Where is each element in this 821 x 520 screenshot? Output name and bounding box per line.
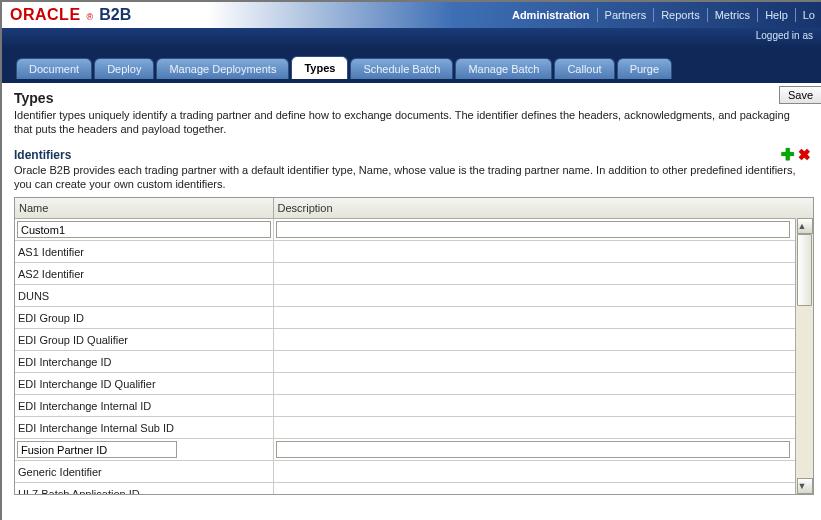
name-cell: HL7 Batch Application ID bbox=[15, 483, 273, 496]
col-header-description[interactable]: Description bbox=[273, 198, 813, 219]
scroll-thumb[interactable] bbox=[797, 234, 812, 306]
name-cell: DUNS bbox=[15, 285, 273, 307]
description-cell bbox=[273, 307, 813, 329]
name-input[interactable] bbox=[17, 441, 177, 458]
name-cell: EDI Interchange ID Qualifier bbox=[15, 373, 273, 395]
table-row[interactable]: AS2 Identifier bbox=[15, 263, 813, 285]
description-input[interactable] bbox=[276, 441, 791, 458]
tab-manage-batch[interactable]: Manage Batch bbox=[455, 58, 552, 79]
description-cell bbox=[273, 417, 813, 439]
name-cell: EDI Interchange Internal ID bbox=[15, 395, 273, 417]
tab-schedule-batch[interactable]: Schedule Batch bbox=[350, 58, 453, 79]
description-cell bbox=[273, 351, 813, 373]
name-cell: Generic Identifier bbox=[15, 461, 273, 483]
name-input[interactable] bbox=[17, 221, 271, 238]
table-row[interactable]: EDI Interchange ID Qualifier bbox=[15, 373, 813, 395]
description-cell bbox=[273, 483, 813, 496]
logged-in-bar: Logged in as bbox=[2, 28, 821, 48]
description-cell bbox=[273, 263, 813, 285]
table-row[interactable]: HL7 Batch Application ID bbox=[15, 483, 813, 496]
table-row[interactable]: EDI Interchange ID bbox=[15, 351, 813, 373]
description-cell bbox=[273, 241, 813, 263]
description-cell bbox=[273, 285, 813, 307]
description-cell bbox=[273, 461, 813, 483]
name-cell: EDI Interchange ID bbox=[15, 351, 273, 373]
description-cell bbox=[273, 373, 813, 395]
identifiers-table-wrap: Name Description AS1 IdentifierAS2 Ident… bbox=[14, 197, 814, 495]
tab-callout[interactable]: Callout bbox=[554, 58, 614, 79]
tab-document[interactable]: Document bbox=[16, 58, 92, 79]
table-row[interactable]: Generic Identifier bbox=[15, 461, 813, 483]
logged-in-text: Logged in as bbox=[756, 30, 813, 41]
nav-help[interactable]: Help bbox=[758, 8, 796, 22]
tab-purge[interactable]: Purge bbox=[617, 58, 672, 79]
table-row[interactable]: EDI Group ID bbox=[15, 307, 813, 329]
nav-reports[interactable]: Reports bbox=[654, 8, 708, 22]
brand-oracle: ORACLE bbox=[10, 6, 81, 24]
brand-reg: ® bbox=[87, 12, 94, 22]
scroll-down-icon[interactable]: ▼ bbox=[797, 478, 813, 494]
description-input[interactable] bbox=[276, 221, 791, 238]
page-description: Identifier types uniquely identify a tra… bbox=[14, 108, 809, 137]
section-description: Oracle B2B provides each trading partner… bbox=[14, 163, 813, 192]
table-row[interactable]: EDI Interchange Internal Sub ID bbox=[15, 417, 813, 439]
tab-deploy[interactable]: Deploy bbox=[94, 58, 154, 79]
col-header-name[interactable]: Name bbox=[15, 198, 273, 219]
table-row[interactable]: EDI Interchange Internal ID bbox=[15, 395, 813, 417]
nav-administration[interactable]: Administration bbox=[505, 8, 598, 22]
tab-types[interactable]: Types bbox=[291, 56, 348, 79]
top-nav: Administration Partners Reports Metrics … bbox=[505, 8, 815, 22]
name-cell: EDI Group ID bbox=[15, 307, 273, 329]
tab-manage-deployments[interactable]: Manage Deployments bbox=[156, 58, 289, 79]
vertical-scrollbar[interactable]: ▲ ▼ bbox=[795, 218, 813, 494]
name-cell: AS2 Identifier bbox=[15, 263, 273, 285]
content-area: Save Types Identifier types uniquely ide… bbox=[2, 84, 821, 495]
table-row[interactable]: DUNS bbox=[15, 285, 813, 307]
description-cell bbox=[273, 395, 813, 417]
brand-logo: ORACLE® B2B bbox=[10, 6, 131, 24]
table-row[interactable]: EDI Group ID Qualifier bbox=[15, 329, 813, 351]
table-row[interactable] bbox=[15, 219, 813, 241]
section-actions: ✚ ✖ bbox=[781, 148, 813, 162]
nav-logout[interactable]: Lo bbox=[796, 8, 815, 22]
description-cell bbox=[273, 329, 813, 351]
name-cell: EDI Interchange Internal Sub ID bbox=[15, 417, 273, 439]
nav-metrics[interactable]: Metrics bbox=[708, 8, 758, 22]
section-title: Identifiers bbox=[14, 148, 71, 162]
table-row[interactable]: AS1 Identifier bbox=[15, 241, 813, 263]
delete-icon[interactable]: ✖ bbox=[798, 148, 811, 162]
save-button[interactable]: Save bbox=[779, 86, 821, 104]
name-cell: EDI Group ID Qualifier bbox=[15, 329, 273, 351]
name-cell: AS1 Identifier bbox=[15, 241, 273, 263]
add-icon[interactable]: ✚ bbox=[781, 148, 794, 162]
tab-strip: Document Deploy Manage Deployments Types… bbox=[2, 48, 821, 84]
page-title: Types bbox=[14, 90, 813, 106]
scroll-up-icon[interactable]: ▲ bbox=[797, 218, 813, 234]
table-row[interactable] bbox=[15, 439, 813, 461]
brand-b2b: B2B bbox=[99, 6, 131, 24]
identifiers-table: Name Description AS1 IdentifierAS2 Ident… bbox=[15, 198, 813, 495]
app-header: ORACLE® B2B Administration Partners Repo… bbox=[2, 2, 821, 28]
nav-partners[interactable]: Partners bbox=[598, 8, 655, 22]
